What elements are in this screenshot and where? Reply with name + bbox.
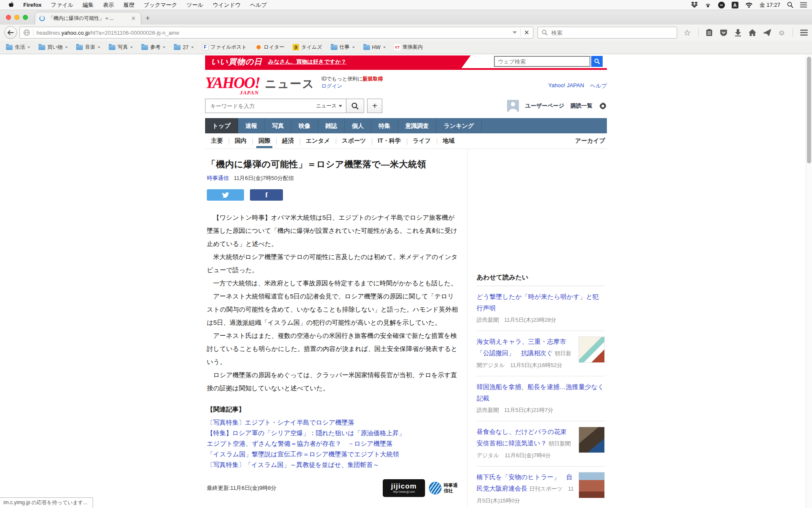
sidebar-article-link[interactable]: どう撃墜したか「時が来たら明かす」と犯行声明 (477, 293, 599, 312)
nav-tab-feature[interactable]: 特集 (371, 118, 398, 133)
subnav-life[interactable]: ライフ (407, 137, 437, 145)
bookmark-star-icon[interactable]: ☆ (684, 29, 691, 37)
promo-tagline-link[interactable]: みなさん、買物は好きですか？ (268, 58, 346, 66)
subnav-domestic[interactable]: 国内 (229, 137, 252, 145)
archive-link[interactable]: アーカイブ (575, 137, 607, 145)
home-icon[interactable] (749, 29, 756, 36)
settings-gear-icon[interactable] (599, 102, 607, 110)
bookmark-folder-work[interactable]: 仕事 (331, 44, 355, 51)
nav-tab-ranking[interactable]: ランキング (436, 118, 482, 133)
browser-tab[interactable]: 「機内に爆弾の可能性」＝... ✕ (35, 12, 141, 25)
related-link[interactable]: 〔写真特集〕エジプト・シナイ半島でロシア機墜落 (207, 417, 458, 428)
apple-icon[interactable] (8, 1, 14, 8)
bookmark-transit[interactable]: Y7乗換案内 (394, 44, 423, 51)
nav-tab-magazine[interactable]: 雑誌 (318, 118, 345, 133)
nav-tab-video[interactable]: 映像 (291, 118, 318, 133)
service-name[interactable]: ニュース (265, 76, 315, 91)
subnav-entertainment[interactable]: エンタメ (300, 137, 336, 145)
article-thumbnail[interactable] (579, 427, 605, 453)
source-link[interactable]: 時事通信 (207, 175, 229, 181)
back-button[interactable] (4, 26, 17, 39)
stop-loading-button[interactable]: ✕ (520, 29, 529, 36)
pocket-icon[interactable] (720, 29, 727, 36)
user-avatar[interactable] (507, 100, 519, 112)
assistant-icon[interactable]: A (732, 2, 738, 8)
new-tab-button[interactable]: + (141, 14, 155, 25)
web-search-input[interactable] (494, 56, 590, 67)
facebook-share-button[interactable]: f (250, 189, 283, 201)
forget-smiley-icon[interactable]: ☺ (778, 29, 785, 36)
bookmark-folder-life[interactable]: 生活 (6, 44, 30, 51)
page-scrollbar[interactable] (806, 55, 812, 508)
wifi-icon[interactable] (745, 2, 753, 8)
bookmark-filepost[interactable]: Fファイルポスト (202, 44, 247, 51)
subnav-economy[interactable]: 経済 (276, 137, 300, 145)
promo-banner-red[interactable]: いい買物の日 みなさん、買物は好きですか？ (205, 55, 471, 68)
bookmark-folder-hw[interactable]: HW (363, 44, 386, 50)
menubar-item-edit[interactable]: 編集 (78, 1, 99, 9)
add-search-button[interactable]: + (367, 99, 382, 113)
nav-tab-poll[interactable]: 意識調査 (398, 118, 436, 133)
related-link[interactable]: エジプト空港、ずさんな警備＝協力者が存在？ －ロシア機墜落 (207, 438, 458, 449)
menubar-clock[interactable]: 金 17:27 (760, 1, 780, 9)
menubar-item-file[interactable]: ファイル (46, 1, 78, 9)
bookmark-folder-27[interactable]: 27 (174, 44, 193, 50)
menubar-item-help[interactable]: ヘルプ (245, 1, 272, 9)
scrollbar-thumb[interactable] (807, 57, 811, 163)
notification-center-icon[interactable] (800, 2, 807, 8)
search-category-dropdown[interactable]: ニュース (316, 102, 342, 110)
nav-tab-top[interactable]: トップ (205, 118, 238, 133)
send-tab-icon[interactable] (763, 29, 771, 36)
browser-search-bar[interactable] (538, 27, 677, 39)
help-link[interactable]: ヘルプ (590, 82, 607, 90)
close-tab-icon[interactable]: ✕ (130, 15, 137, 22)
bookmark-folder-photo[interactable]: 写真 (109, 44, 133, 51)
site-identity-globe-icon[interactable] (23, 29, 33, 36)
nav-tab-flash[interactable]: 速報 (238, 118, 265, 133)
menu-hamburger-icon[interactable] (800, 30, 808, 36)
news-search-button[interactable] (346, 99, 364, 113)
menubar-item-view[interactable]: 表示 (99, 1, 119, 9)
bookmark-folder-shopping[interactable]: 買い物 (38, 44, 68, 51)
minimize-window-button[interactable] (14, 15, 19, 20)
subnav-sports[interactable]: スポーツ (336, 137, 372, 145)
sidebar-article-link[interactable]: 韓国漁船を拿捕、船長を逮捕…漁獲量少なく記載 (477, 383, 604, 402)
nav-tab-photo[interactable]: 写真 (265, 118, 291, 133)
user-page-link[interactable]: ユーザーページ (525, 102, 564, 110)
spotlight-search-icon[interactable] (787, 2, 793, 8)
input-source-icon[interactable] (705, 2, 711, 8)
subnav-international[interactable]: 国際 (252, 137, 276, 145)
jiji-press-logo[interactable]: 時事通信社 (429, 482, 458, 494)
menubar-item-bookmarks[interactable]: ブックマーク (139, 1, 182, 9)
signup-link[interactable]: 新規取得 (362, 76, 383, 82)
reading-list-icon[interactable] (706, 29, 713, 36)
subnav-region[interactable]: 地域 (437, 137, 461, 145)
subnav-major[interactable]: 主要 (205, 137, 229, 145)
url-history-dropdown-icon[interactable] (513, 31, 517, 34)
zoom-window-button[interactable] (23, 15, 28, 20)
yahoo-japan-link[interactable]: Yahoo! JAPAN (548, 82, 584, 90)
browser-search-input[interactable] (551, 29, 665, 36)
menubar-item-history[interactable]: 履歴 (119, 1, 139, 9)
menubar-item-tools[interactable]: ツール (182, 1, 208, 9)
related-link[interactable]: 【特集】ロシア軍の「シリア空爆」：隠れた狙いは「原油価格上昇」 (207, 428, 458, 438)
bookmark-folder-music[interactable]: 音楽 (76, 44, 100, 51)
keyword-search-box[interactable]: ニュース (205, 99, 346, 113)
sidebar-article-link[interactable]: 海女萌えキャラ、三重・志摩市「公認撤回」 抗議相次ぐ (477, 338, 566, 356)
dropbox-icon[interactable] (691, 2, 698, 8)
web-search-button[interactable] (591, 56, 603, 67)
menubar-item-window[interactable]: ウインドウ (208, 1, 246, 9)
url-bar[interactable]: headlines.yahoo.co.jp/hl?a=20151106-0000… (19, 27, 533, 39)
subscription-list-link[interactable]: 購読一覧 (571, 102, 593, 110)
subnav-it-science[interactable]: IT・科学 (372, 137, 406, 145)
nav-tab-personal[interactable]: 個人 (345, 118, 371, 133)
related-link[interactable]: 〔写真特集〕「イスラム国」～異教徒を並ばせ、集団斬首～ (207, 459, 458, 470)
bookmark-reuters[interactable]: ロイター (255, 44, 285, 51)
bookmark-folder-reference[interactable]: 参考 (141, 44, 165, 51)
yahoo-japan-logo[interactable]: YAHOO!JAPAN (205, 75, 260, 91)
creative-cloud-icon[interactable]: ∞ (718, 2, 725, 8)
downloads-icon[interactable] (735, 29, 741, 36)
login-link[interactable]: ログイン (321, 83, 342, 89)
bookmark-times[interactable]: タタイムズ (293, 44, 322, 51)
keyword-input[interactable] (209, 102, 316, 110)
